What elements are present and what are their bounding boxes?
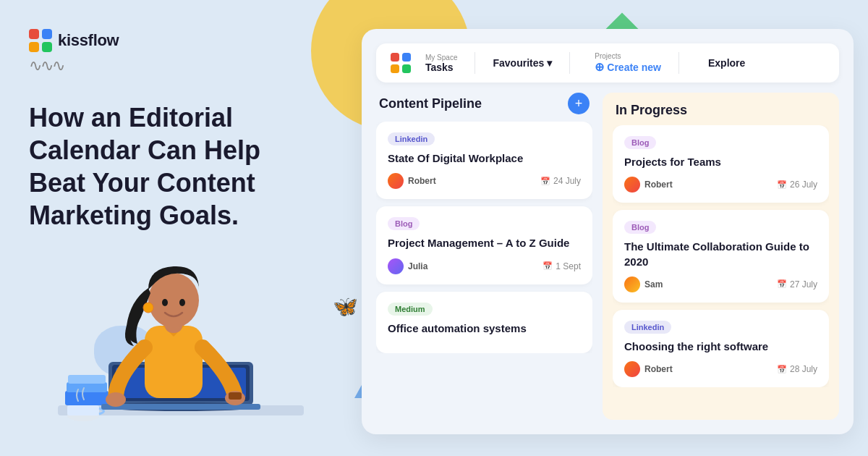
svg-point-20 [162,299,168,306]
logo-row: kissflow [29,29,376,52]
card-collab-guide: Blog The Ultimate Collaboration Guide to… [613,210,829,303]
nav-divider-3 [678,52,679,74]
card-date-1: 📅 24 July [540,176,581,186]
card-title-2: Project Management – A to Z Guide [388,236,581,250]
content-pipeline-title: Content Pipeline [379,96,482,111]
nav-explore-btn[interactable]: Explore [708,57,745,69]
in-progress-header: In Progress [613,103,829,118]
card-author-name-ip-2: Sam [644,279,663,290]
content-pipeline-header: Content Pipeline + [376,93,592,114]
avatar-robert-2 [624,177,640,193]
card-author-row-ip-3: Robert [624,361,673,377]
calendar-icon-2: 📅 [542,261,553,271]
svg-rect-24 [229,392,242,400]
nav-divider-2 [569,52,570,74]
nav-tasks-label[interactable]: Tasks [425,62,457,73]
nav-logo-icon [391,53,411,73]
card-date-text-ip-1: 26 July [790,180,817,190]
content-pipeline-cards: Linkedin State Of Digital Workplace Robe… [376,122,592,353]
main-headline: How an Editorial Calendar Can Help Beat … [29,101,304,232]
card-state-digital: Linkedin State Of Digital Workplace Robe… [376,122,592,199]
butterfly-decoration: 🦋 [333,295,358,318]
content-pipeline-column: Content Pipeline + Linkedin State Of Dig… [376,93,592,420]
left-panel: kissflow ∿∿∿ How an Editorial Calendar C… [29,0,376,456]
card-date-ip-1: 📅 26 July [777,180,817,190]
svg-rect-2 [29,42,39,52]
svg-point-21 [179,299,185,306]
card-title-ip-2: The Ultimate Collaboration Guide to 2020 [624,240,817,269]
avatar-sam-1 [624,276,640,292]
card-title-ip-1: Projects for Teams [624,155,817,169]
nav-projects-label: Projects [595,52,661,60]
nav-projects-section: Projects ⊕ Create new [595,52,661,74]
card-author-name-1: Robert [408,176,436,186]
card-tag-blog-3: Blog [624,221,656,234]
card-footer-1: Robert 📅 24 July [388,173,581,189]
card-date-text-ip-3: 28 July [790,364,817,374]
avatar-robert-1 [388,173,404,189]
nav-bar: My Space Tasks Favourites ▾ Projects ⊕ C… [376,43,839,83]
svg-point-19 [143,303,153,313]
ui-container: My Space Tasks Favourites ▾ Projects ⊕ C… [362,29,854,434]
card-office-automation: Medium Office automation systems [376,292,592,353]
svg-rect-27 [391,64,399,73]
calendar-icon-1: 📅 [540,177,550,186]
logo-area: kissflow ∿∿∿ [29,29,376,75]
calendar-icon-ip-3: 📅 [777,365,787,374]
card-date-2: 📅 1 Sept [542,261,581,271]
card-tag-medium-1: Medium [388,303,433,316]
columns-row: Content Pipeline + Linkedin State Of Dig… [376,93,839,420]
card-author-row-ip-1: Robert [624,177,673,193]
card-projects-teams: Blog Projects for Teams Robert 📅 26 July [613,125,829,203]
nav-create-new-label: Create new [607,62,661,73]
card-author-name-2: Julia [408,261,427,271]
nav-favourites-label: Favourites [493,57,544,69]
plus-circle-icon: ⊕ [595,60,604,74]
svg-rect-5 [65,391,109,405]
card-author-row-1: Robert [388,173,436,189]
card-date-ip-3: 📅 28 July [777,364,817,374]
svg-rect-26 [402,53,411,62]
svg-rect-3 [42,42,52,52]
svg-point-22 [106,392,126,407]
svg-rect-9 [67,405,99,415]
card-footer-ip-3: Robert 📅 28 July [624,361,817,377]
card-title-ip-3: Choosing the right software [624,339,817,354]
avatar-julia-1 [388,258,404,274]
svg-rect-7 [68,375,106,384]
calendar-icon-ip-2: 📅 [777,279,787,289]
svg-rect-6 [67,382,107,392]
card-date-text-ip-2: 27 July [790,279,817,290]
logo-text: kissflow [58,31,119,50]
svg-rect-25 [391,53,399,62]
in-progress-title: In Progress [616,103,687,118]
card-tag-linkedin-2: Linkedin [624,321,671,334]
nav-create-new-btn[interactable]: ⊕ Create new [595,60,661,74]
card-author-row-2: Julia [388,258,427,274]
nav-divider-1 [475,52,475,74]
card-tag-linkedin-1: Linkedin [388,132,435,145]
card-date-text-1: 24 July [553,176,581,186]
card-footer-2: Julia 📅 1 Sept [388,258,581,274]
card-author-name-ip-3: Robert [644,364,673,374]
add-card-btn[interactable]: + [568,93,590,114]
person-illustration [43,232,318,456]
card-footer-ip-1: Robert 📅 26 July [624,177,817,193]
nav-favourites-btn[interactable]: Favourites ▾ [493,57,552,69]
in-progress-column: In Progress Blog Projects for Teams Robe… [603,93,839,420]
calendar-icon-ip-1: 📅 [777,180,787,190]
wave-decoration: ∿∿∿ [29,56,376,75]
card-author-row-ip-2: Sam [624,276,663,292]
card-date-ip-2: 📅 27 July [777,279,817,290]
card-author-name-ip-1: Robert [644,180,673,190]
card-tag-blog-1: Blog [388,217,420,230]
card-date-text-2: 1 Sept [556,261,581,271]
card-tag-blog-2: Blog [624,136,656,149]
card-right-software: Linkedin Choosing the right software Rob… [613,310,829,387]
svg-rect-0 [29,29,39,39]
svg-rect-1 [42,29,52,39]
nav-my-space-label: My Space [425,54,457,62]
avatar-robert-3 [624,361,640,377]
card-title-1: State Of Digital Workplace [388,151,581,166]
card-project-mgmt: Blog Project Management – A to Z Guide J… [376,206,592,284]
